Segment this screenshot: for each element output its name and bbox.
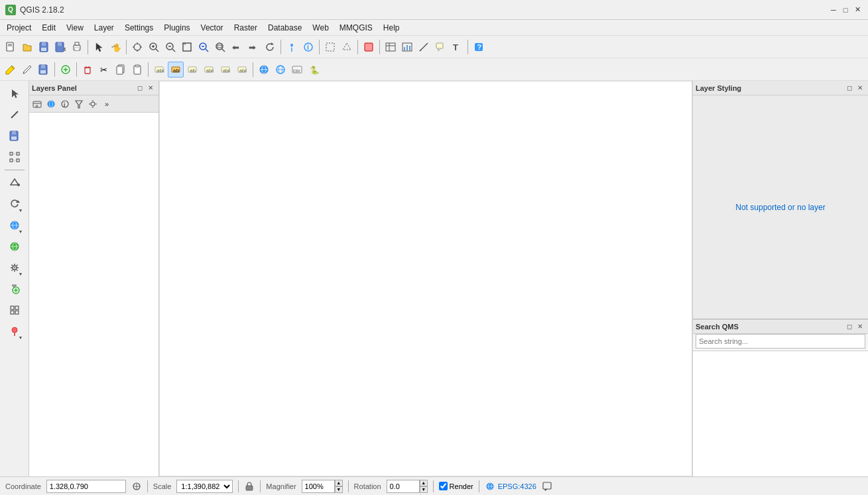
save-as-button[interactable]: S	[52, 39, 68, 55]
lock-icon[interactable]	[244, 481, 255, 492]
tool-pin[interactable]: ▼	[5, 321, 25, 341]
measure-button[interactable]	[416, 39, 432, 55]
tool-arrow[interactable]	[5, 83, 25, 103]
label-button2-active[interactable]: ab	[168, 62, 184, 78]
open-project-button[interactable]	[19, 39, 35, 55]
delete-selected-button[interactable]	[80, 62, 95, 78]
save-edits-button[interactable]	[36, 62, 52, 78]
label-button4[interactable]: abc	[201, 62, 217, 78]
wms-button[interactable]	[256, 62, 272, 78]
tool-settings2[interactable]: ▼	[5, 258, 25, 278]
tool-node[interactable]	[5, 147, 25, 167]
select-pan-button[interactable]	[91, 39, 107, 55]
add-wms-layer-button[interactable]	[44, 97, 58, 111]
render-checkbox-container[interactable]: Render	[439, 482, 473, 490]
search-qms-float-button[interactable]: ◻	[844, 321, 855, 332]
label-button5[interactable]: abc	[217, 62, 233, 78]
select2-button[interactable]	[339, 39, 355, 55]
layers-panel-float-button[interactable]: ◻	[135, 83, 145, 93]
tool-globe[interactable]: ▼	[5, 215, 25, 235]
zoom-in-button[interactable]	[146, 39, 162, 55]
rotation-down[interactable]: ▼	[420, 486, 428, 493]
save-project-button[interactable]	[36, 39, 52, 55]
messages-icon[interactable]	[542, 481, 552, 492]
menu-web[interactable]: Web	[307, 22, 334, 34]
search-qms-input[interactable]	[696, 334, 865, 349]
add-group-button[interactable]: ⊕	[31, 97, 44, 111]
new-project-button[interactable]	[3, 39, 19, 55]
zoom-full-button[interactable]	[179, 39, 195, 55]
select-button[interactable]	[322, 39, 338, 55]
menu-settings[interactable]: Settings	[119, 22, 158, 34]
pan-button[interactable]: ✋	[107, 39, 123, 55]
tool-rotate[interactable]: ▼	[5, 194, 25, 214]
layer-styling-float-button[interactable]: ◻	[844, 83, 855, 93]
menu-database[interactable]: Database	[263, 22, 307, 34]
map-canvas[interactable]	[159, 81, 692, 476]
maximize-button[interactable]: □	[840, 5, 851, 15]
rotation-spinner[interactable]: ▲ ▼	[387, 480, 428, 493]
menu-raster[interactable]: Raster	[229, 22, 263, 34]
print-button[interactable]	[69, 39, 85, 55]
label-button6[interactable]: abc	[234, 62, 250, 78]
layers-panel-close-button[interactable]: ✕	[145, 83, 156, 93]
annotation-button[interactable]	[432, 39, 448, 55]
deselect-button[interactable]	[361, 39, 377, 55]
magnifier-up[interactable]: ▲	[335, 480, 343, 486]
paste-features-button[interactable]	[129, 62, 145, 78]
rotation-input[interactable]	[387, 480, 420, 493]
cut-features-button[interactable]: ✂	[96, 62, 112, 78]
add-feature-button[interactable]	[58, 62, 74, 78]
menu-plugins[interactable]: Plugins	[158, 22, 195, 34]
menu-layer[interactable]: Layer	[89, 22, 119, 34]
menu-vector[interactable]: Vector	[196, 22, 229, 34]
edit-pencil-button[interactable]	[19, 62, 35, 78]
layer-styling-close-button[interactable]: ✕	[855, 83, 865, 93]
zoom-last-button[interactable]: ⬅	[229, 39, 245, 55]
label-button1[interactable]: abc	[151, 62, 167, 78]
wfs-button[interactable]	[273, 62, 288, 78]
menu-edit[interactable]: Edit	[36, 22, 61, 34]
statistics-button[interactable]	[399, 39, 415, 55]
minimize-button[interactable]: ─	[828, 5, 839, 15]
magnifier-down[interactable]: ▼	[335, 486, 343, 493]
more-options-button[interactable]: »	[100, 97, 113, 111]
close-button[interactable]: ✕	[852, 5, 863, 15]
help-button[interactable]: ?	[471, 39, 487, 55]
search-qms-close-button[interactable]: ✕	[855, 321, 865, 332]
zoom-next-button[interactable]: ➡	[245, 39, 261, 55]
pan-map-button[interactable]	[129, 39, 145, 55]
crs-value[interactable]: EPSG:4326	[498, 482, 536, 490]
filter-layer-button[interactable]	[72, 97, 86, 111]
text-annotation-button[interactable]: T	[449, 39, 465, 55]
identify-button[interactable]: i	[284, 39, 300, 55]
zoom-layer-button[interactable]	[212, 39, 228, 55]
tool-earth[interactable]	[5, 237, 25, 256]
menu-view[interactable]: View	[61, 22, 89, 34]
layer-properties-button[interactable]	[86, 97, 99, 111]
magnifier-spinner[interactable]: ▲ ▼	[302, 480, 343, 493]
tool-line[interactable]	[5, 105, 25, 125]
zoom-selected-button[interactable]	[196, 39, 212, 55]
tool-grid2[interactable]	[5, 300, 25, 320]
no-layer-link[interactable]: no layer	[797, 203, 826, 212]
coordinate-input[interactable]	[46, 480, 126, 493]
copy-features-button[interactable]	[113, 62, 129, 78]
toggle-editing-button[interactable]	[3, 62, 19, 78]
identify2-button[interactable]: i	[300, 39, 316, 55]
label-button3[interactable]: ab	[184, 62, 200, 78]
menu-help[interactable]: Help	[378, 22, 405, 34]
tool-digitize[interactable]	[5, 173, 25, 193]
csv-button[interactable]: csv	[289, 62, 305, 78]
python-button[interactable]: 🐍	[306, 62, 322, 78]
zoom-out-button[interactable]	[162, 39, 178, 55]
menu-mmqgis[interactable]: MMQGIS	[334, 22, 378, 34]
scale-select[interactable]: 1:1,390,882 1:1,000,000 1:500,000 1:100,…	[176, 480, 233, 493]
magnifier-input[interactable]	[302, 480, 335, 493]
coordinate-crs-icon[interactable]	[131, 481, 142, 492]
rotation-up[interactable]: ▲	[420, 480, 428, 486]
tool-add-layer[interactable]	[5, 279, 25, 299]
refresh-button[interactable]	[262, 39, 278, 55]
tool-save2[interactable]	[5, 126, 25, 146]
menu-project[interactable]: Project	[1, 22, 36, 34]
